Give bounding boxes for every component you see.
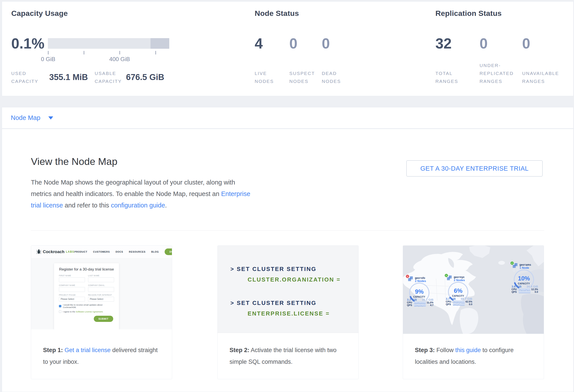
company-email-field bbox=[88, 287, 114, 292]
enterprise-trial-button[interactable]: GET A 30-DAY ENTERPRISE TRIAL bbox=[406, 160, 543, 177]
capacity-label: CAPACITY bbox=[452, 295, 464, 297]
node-map-dropdown-label: Node Map bbox=[11, 114, 41, 121]
form-title: Register for a 30-day trial license bbox=[59, 267, 114, 272]
cluster-summary-panel: Capacity Usage 0.1% 0 GiB 400 GiB USED C… bbox=[2, 1, 574, 96]
step-3-caption: Step 3: Follow this guide to configure l… bbox=[415, 344, 536, 368]
total-ranges-label: TOTAL RANGES bbox=[435, 70, 463, 85]
nav-item-docs: DOCS bbox=[116, 250, 123, 253]
qps-sparkline bbox=[519, 291, 531, 293]
capacity-tick bbox=[48, 51, 49, 55]
dead-nodes-label: DEAD NODES bbox=[322, 70, 346, 85]
capacity-percent: 0.1% bbox=[11, 35, 44, 52]
qps-label: QPS bbox=[512, 291, 519, 293]
used-capacity: 3.7 GiB bbox=[446, 297, 456, 300]
capacity-percent: 10% bbox=[518, 276, 530, 281]
total-capacity: 65.7 GiB bbox=[461, 297, 472, 300]
capacity-percent: 6% bbox=[454, 288, 462, 294]
sql-line: > SET CLUSTER SETTING bbox=[230, 298, 358, 308]
capacity-tick-label-0: 0 GiB bbox=[35, 56, 61, 63]
healthy-badge: ✓ bbox=[445, 274, 448, 277]
cockroach-labs-logo: Cockroach LABS bbox=[36, 249, 74, 254]
usable-capacity-label: USABLE CAPACITY bbox=[95, 70, 125, 85]
under-replicated-ranges-count: 0 bbox=[480, 35, 488, 52]
email-updates-label: I would like to receive email updates ab… bbox=[63, 304, 114, 308]
reason-for-interest-select: Please Select bbox=[88, 297, 114, 302]
capacity-tick bbox=[84, 51, 84, 55]
qps-label: QPS bbox=[446, 303, 453, 306]
cluster-name: geo=sfo bbox=[415, 277, 426, 280]
step-3-card: 1 geo=sfo 2 Nodes bbox=[403, 245, 544, 379]
total-ranges-count: 32 bbox=[435, 35, 451, 52]
qps-sparkline bbox=[414, 304, 426, 306]
software-license-agreement-link: Software License Agreement. bbox=[76, 310, 103, 313]
capacity-bar-track bbox=[48, 38, 169, 49]
get-trial-license-link[interactable]: Get a trial license bbox=[65, 347, 111, 354]
enterprise-trial-license-link[interactable]: Enterprise bbox=[221, 190, 250, 197]
download-button: DOWNLOAD bbox=[165, 248, 172, 255]
qps-value: 0.0 bbox=[535, 291, 538, 293]
reason-for-interest-label: REASON FOR INTEREST bbox=[88, 294, 114, 296]
company-name-field bbox=[59, 287, 85, 292]
node-map-preview: 1 geo=sfo 2 Nodes bbox=[403, 246, 544, 334]
suspect-nodes-label: SUSPECT NODES bbox=[289, 70, 317, 85]
configuration-guide-link[interactable]: configuration guide bbox=[111, 202, 165, 209]
sql-line: ENTERPRISE.LICENSE = bbox=[248, 308, 358, 319]
capacity-tick bbox=[119, 51, 120, 55]
first-name-field bbox=[59, 277, 85, 282]
capacity-tick bbox=[155, 51, 156, 55]
logo-suffix: LABS bbox=[66, 250, 74, 253]
capacity-label: CAPACITY bbox=[518, 282, 530, 285]
node-map-dropdown[interactable]: Node Map bbox=[11, 114, 53, 121]
email-updates-checkbox bbox=[59, 305, 61, 307]
company-name-label: COMPANY NAME bbox=[59, 284, 85, 286]
used-capacity-value: 355.1 MiB bbox=[49, 73, 88, 82]
last-name-label: LAST NAME bbox=[88, 275, 114, 277]
node-status-title: Node Status bbox=[255, 9, 299, 18]
live-nodes-count: 4 bbox=[255, 35, 263, 52]
sql-code-block: > SET CLUSTER SETTING CLUSTER.ORGANIZATI… bbox=[218, 246, 358, 333]
unavailable-ranges-count: 0 bbox=[522, 35, 530, 52]
cluster-name: geo=ams bbox=[519, 263, 531, 266]
unavailable-ranges-label: UNAVAILABLE RANGES bbox=[522, 70, 563, 85]
capacity-usage-title: Capacity Usage bbox=[11, 9, 68, 18]
last-name-field bbox=[88, 277, 114, 282]
cluster-name: geo=nyc bbox=[454, 276, 465, 279]
cpu-value: 42.5% bbox=[465, 300, 472, 303]
this-guide-link[interactable]: this guide bbox=[455, 347, 481, 354]
live-nodes-label: LIVE NODES bbox=[255, 70, 280, 85]
intro-paragraph: The Node Map shows the geographical layo… bbox=[31, 177, 250, 211]
submit-button: SUBMIT bbox=[94, 316, 113, 322]
enterprise-trial-license-link[interactable]: trial license bbox=[31, 202, 63, 209]
registration-site-thumbnail: Cockroach LABS PRODUCT CUSTOMERS DOCS RE… bbox=[31, 246, 172, 329]
total-capacity: 35.1 GiB bbox=[422, 298, 433, 301]
logo-text: Cockroach bbox=[43, 249, 64, 254]
first-name-label: FIRST NAME bbox=[59, 275, 85, 277]
cpu-sparkline bbox=[519, 288, 531, 291]
license-agreement-label: I agree to the Software License Agreemen… bbox=[63, 310, 103, 313]
site-nav: PRODUCT CUSTOMERS DOCS RESOURCES BLOG bbox=[74, 250, 159, 253]
nav-item-resources: RESOURCES bbox=[129, 250, 146, 253]
nav-item-blog: BLOG bbox=[151, 250, 159, 253]
dead-nodes-count: 0 bbox=[322, 35, 330, 52]
cpu-label: CPU bbox=[512, 288, 519, 291]
sql-line: CLUSTER.ORGANIZATION = bbox=[248, 274, 358, 285]
nav-item-customers: CUSTOMERS bbox=[93, 250, 110, 253]
capacity-bar: 0 GiB 400 GiB bbox=[48, 38, 169, 62]
chevron-down-icon bbox=[48, 116, 53, 119]
cpu-sparkline bbox=[453, 300, 465, 303]
used-capacity: 3.6 GiB bbox=[512, 285, 521, 288]
qps-value: 0.0 bbox=[469, 303, 472, 306]
capacity-label: CAPACITY bbox=[413, 296, 425, 298]
capacity-tick-label-400: 400 GiB bbox=[106, 56, 133, 63]
qps-value: 4.7 bbox=[430, 304, 433, 306]
license-agreement-checkbox bbox=[59, 310, 61, 313]
site-header: Cockroach LABS PRODUCT CUSTOMERS DOCS RE… bbox=[31, 246, 172, 258]
usable-capacity-value: 676.5 GiB bbox=[126, 73, 164, 82]
used-capacity: 3.2 GiB bbox=[407, 298, 417, 301]
step-1-caption: Step 1: Get a trial license delivered st… bbox=[43, 344, 164, 368]
total-capacity: 34.4 GiB bbox=[527, 285, 538, 288]
step-2-card: > SET CLUSTER SETTING CLUSTER.ORGANIZATI… bbox=[217, 245, 359, 379]
intro-line-3: trial license and refer to this configur… bbox=[31, 200, 250, 211]
project-phase-select: Please Select bbox=[59, 297, 85, 302]
cpu-sparkline bbox=[414, 301, 426, 304]
